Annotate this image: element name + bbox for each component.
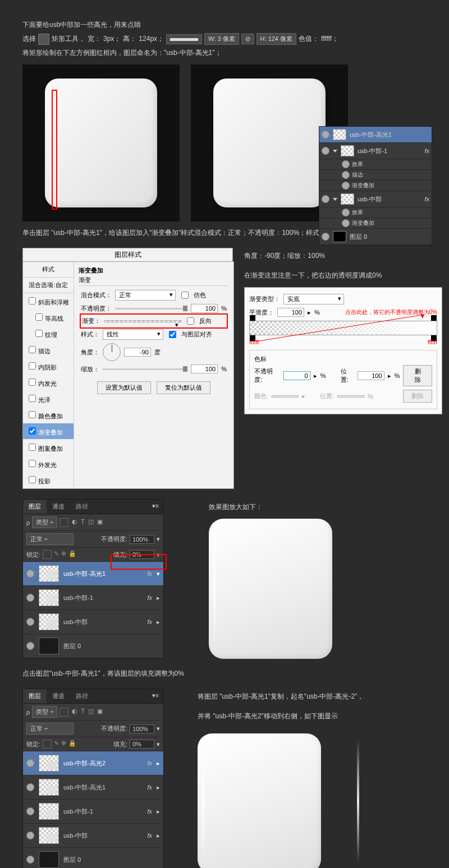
grad-type-select[interactable]: 实底: [283, 294, 344, 304]
filter-text-icon[interactable]: T: [81, 518, 85, 527]
blend-mode-select[interactable]: 正常: [26, 533, 74, 545]
layer-row[interactable]: usb-中部-1fx: [319, 143, 432, 159]
filter-type[interactable]: 类型: [32, 516, 57, 528]
lock-move-icon[interactable]: ✥: [61, 550, 66, 559]
opacity-field[interactable]: 100%: [130, 724, 154, 733]
tab-layers[interactable]: 图层: [23, 689, 47, 703]
eye-icon[interactable]: [26, 832, 34, 839]
layer-row[interactable]: usb-中部fx▸: [23, 824, 163, 848]
btn-reset[interactable]: 复位为默认值: [157, 381, 210, 394]
panel-menu-icon[interactable]: ▾≡: [148, 500, 163, 514]
blend-select[interactable]: 正常: [115, 290, 176, 301]
filter-shape-icon[interactable]: ◫: [88, 708, 94, 717]
style-select[interactable]: 线性: [103, 329, 163, 340]
filter-smart-icon[interactable]: ▣: [97, 708, 103, 717]
opacity-slider[interactable]: [115, 308, 187, 310]
eye-icon[interactable]: [26, 594, 34, 602]
eye-icon[interactable]: [26, 642, 34, 650]
blend-head[interactable]: 混合选项:自定: [23, 278, 74, 293]
opt-bevel[interactable]: 斜面和浮雕: [23, 293, 74, 310]
stop-pos-input[interactable]: 100: [358, 371, 384, 380]
angle-input[interactable]: -90: [124, 348, 151, 357]
color-stop-left[interactable]: [250, 335, 255, 341]
layer-row[interactable]: 图层 0: [23, 848, 163, 868]
opt-stroke[interactable]: 描边: [23, 342, 74, 358]
opt-innerglow[interactable]: 内发光: [23, 375, 74, 391]
tab-paths[interactable]: 路径: [70, 500, 94, 514]
layer-row[interactable]: usb-中部-1fx▸: [23, 800, 163, 824]
eye-icon[interactable]: [322, 147, 329, 155]
opt-outerglow[interactable]: 外发光: [23, 456, 74, 472]
smooth-input[interactable]: 100: [277, 308, 304, 317]
filter-text-icon[interactable]: T: [81, 708, 85, 717]
opacity-stop-left[interactable]: [250, 315, 255, 321]
eye-icon[interactable]: [322, 195, 329, 203]
lock-brush-icon[interactable]: ✎: [54, 740, 59, 749]
opacity-stop-right[interactable]: [431, 315, 437, 321]
eye-icon[interactable]: [26, 856, 34, 864]
opt-gradoverlay[interactable]: 渐变叠加: [23, 423, 74, 440]
panel-menu-icon[interactable]: ▾≡: [148, 689, 163, 703]
lock-move-icon[interactable]: ✥: [61, 740, 66, 749]
tab-paths[interactable]: 路径: [70, 689, 94, 703]
scale-slider[interactable]: [103, 368, 187, 370]
align-check[interactable]: [169, 331, 176, 338]
layer-row[interactable]: usb-中部-高光1fx▸: [23, 775, 163, 800]
layer-row[interactable]: 图层 0: [319, 229, 432, 245]
tab-layers[interactable]: 图层: [23, 500, 47, 514]
eye-icon[interactable]: [342, 182, 350, 190]
filter-adjust-icon[interactable]: ◐: [72, 708, 77, 717]
lock-transp-icon[interactable]: [43, 740, 52, 749]
layer-row[interactable]: usb-中部fx▸: [23, 610, 163, 634]
layer-row[interactable]: usb-中部-高光1: [319, 127, 432, 143]
btn-default[interactable]: 设置为默认值: [97, 381, 151, 394]
dither-check[interactable]: [181, 292, 189, 299]
tab-channels[interactable]: 通道: [47, 500, 70, 514]
gradient-picker[interactable]: [104, 320, 181, 322]
eye-icon[interactable]: [26, 807, 34, 815]
btn-delete[interactable]: 删除: [403, 365, 432, 386]
opacity-field[interactable]: 100%: [130, 535, 154, 544]
filter-smart-icon[interactable]: ▣: [97, 518, 103, 527]
opacity-input[interactable]: 100: [191, 304, 218, 313]
filter-image-icon[interactable]: [59, 708, 68, 717]
eye-icon[interactable]: [322, 131, 329, 138]
opt-contour[interactable]: 等高线: [23, 310, 74, 326]
eye-icon[interactable]: [26, 618, 34, 626]
gradient-bar[interactable]: [249, 321, 437, 335]
scale-input[interactable]: 100: [191, 364, 218, 373]
eye-icon[interactable]: [342, 171, 350, 179]
eye-icon[interactable]: [322, 233, 329, 241]
stop-opacity-input[interactable]: 0: [283, 371, 310, 380]
blend-mode-select[interactable]: 正常: [26, 723, 74, 735]
layer-row[interactable]: usb-中部-1fx▸: [23, 586, 163, 610]
color-stop-right[interactable]: [431, 335, 437, 341]
eye-icon[interactable]: [342, 219, 350, 227]
filter-adjust-icon[interactable]: ◐: [72, 518, 77, 527]
fill-field[interactable]: 0%: [130, 740, 154, 749]
eye-icon[interactable]: [26, 759, 34, 767]
lock-brush-icon[interactable]: ✎: [54, 550, 59, 559]
opt-satin[interactable]: 光泽: [23, 391, 74, 407]
opt-patternoverlay[interactable]: 图案叠加: [23, 440, 74, 456]
layer-row[interactable]: usb-中部fx: [319, 191, 432, 207]
tab-channels[interactable]: 通道: [47, 689, 70, 703]
opt-innershadow[interactable]: 内阴影: [23, 358, 74, 375]
filter-shape-icon[interactable]: ◫: [88, 518, 94, 527]
layer-row[interactable]: usb-中部-高光2fx▸: [23, 751, 163, 775]
eye-icon[interactable]: [26, 783, 34, 791]
reverse-check[interactable]: [187, 317, 194, 325]
eye-icon[interactable]: [26, 570, 34, 578]
filter-image-icon[interactable]: [59, 518, 68, 527]
filter-type[interactable]: 类型: [32, 706, 57, 718]
opt-dropshadow[interactable]: 投影: [23, 472, 74, 488]
opt-texture[interactable]: 纹理: [23, 326, 74, 342]
angle-dial[interactable]: [103, 343, 121, 361]
eye-icon[interactable]: [342, 160, 350, 168]
eye-icon[interactable]: [342, 209, 350, 216]
lock-all-icon[interactable]: 🔒: [68, 550, 76, 559]
lock-all-icon[interactable]: 🔒: [68, 740, 76, 749]
opt-coloroverlay[interactable]: 颜色叠加: [23, 407, 74, 423]
layer-row[interactable]: 图层 0: [23, 634, 163, 658]
lock-transp-icon[interactable]: [43, 550, 52, 559]
